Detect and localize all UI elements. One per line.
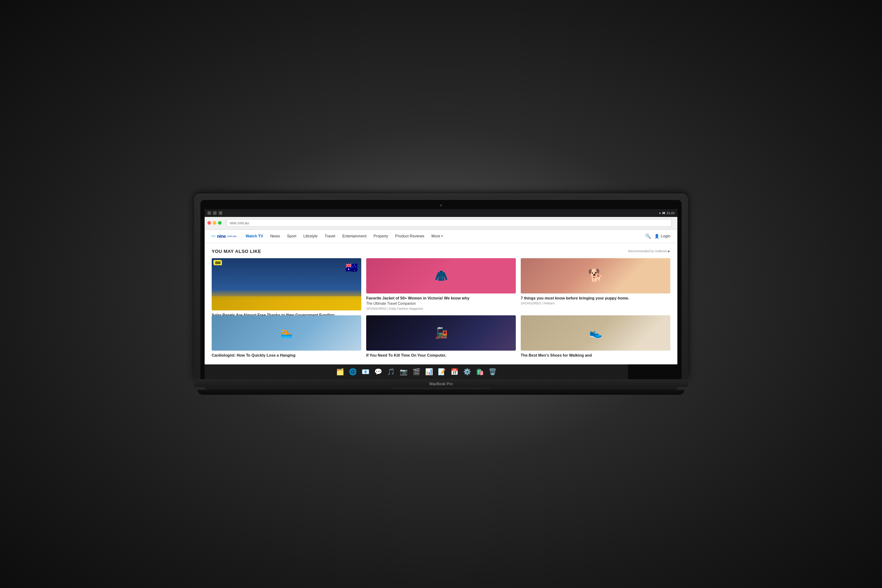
article-card-puppy[interactable]: 🐕 7 things you must know before bringing…	[521, 258, 670, 310]
article-title-computer: If You Need To Kill Time On Your Compute…	[366, 353, 516, 358]
dock-calendar[interactable]: 📅	[449, 366, 460, 377]
dock-messages[interactable]: 💬	[372, 366, 384, 377]
article-img-solar: 8M 🇦🇺	[212, 258, 361, 310]
dock-finder[interactable]: 🗂️	[334, 366, 346, 377]
nav-item-news[interactable]: News	[267, 230, 284, 243]
search-icon[interactable]: 🔍	[645, 234, 651, 239]
laptop-base: MacBook Pro	[194, 379, 688, 387]
article-title-cardio: Cardiologist: How To Quickly Lose a Hang…	[212, 353, 361, 358]
dock-movies[interactable]: 🎬	[411, 366, 422, 377]
nav-item-watchtv[interactable]: Watch TV	[242, 230, 267, 243]
article-card-shoes[interactable]: 👟 The Best Men's Shoes for Walking and	[521, 315, 670, 358]
camera-dot	[440, 204, 442, 206]
dock-safari[interactable]: 🌐	[347, 366, 358, 377]
article-grid: 8M 🇦🇺 Solar Panels Are Almost Free Thank…	[212, 258, 670, 358]
shoe-icon: 👟	[589, 327, 602, 339]
nav-item-more[interactable]: More ▾	[428, 230, 446, 243]
article-card-solar[interactable]: 8M 🇦🇺 Solar Panels Are Almost Free Thank…	[212, 258, 361, 310]
article-title-puppy: 7 things you must know before bringing y…	[521, 296, 670, 300]
status-icons: ▲ ▮▮	[658, 211, 665, 214]
nav-item-property[interactable]: Property	[370, 230, 392, 243]
macos-bar-right: ▲ ▮▮ 21:22	[658, 211, 675, 215]
dock-excel[interactable]: 📊	[423, 366, 435, 377]
menu-item-1	[213, 211, 217, 215]
section-title: YOU MAY ALSO LIKE	[212, 249, 261, 254]
login-button[interactable]: 👤 Login	[654, 234, 670, 238]
jacket-icon: 🧥	[435, 270, 448, 282]
dock-trash[interactable]: 🗑️	[487, 366, 498, 377]
macos-time: 21:22	[666, 211, 675, 215]
article-card-cardio[interactable]: 🏊 Cardiologist: How To Quickly Lose a Ha…	[212, 315, 361, 358]
dock-preferences[interactable]: ⚙️	[462, 366, 473, 377]
minimize-button[interactable]	[213, 221, 216, 225]
article-sponsor-puppy: SPONSORED | Petbarn	[521, 302, 670, 305]
menu-item-2	[219, 211, 222, 215]
url-text: nine.com.au	[230, 221, 249, 225]
apple-icon	[207, 211, 211, 215]
close-button[interactable]	[207, 221, 211, 225]
macos-bar-left	[207, 211, 222, 215]
browser-screen: ▲ ▮▮ 21:22 nine.com.au	[205, 209, 677, 364]
nav-item-sport[interactable]: Sport	[283, 230, 300, 243]
keyboard-area	[205, 387, 677, 390]
dock-mail[interactable]: 📧	[360, 366, 371, 377]
article-img-jacket: 🧥	[366, 258, 516, 294]
article-card-computer[interactable]: 🚂 If You Need To Kill Time On Your Compu…	[366, 315, 516, 358]
nav-more-label: More	[432, 234, 440, 238]
article-subtitle-jacket: The Ultimate Travel Companion	[366, 301, 516, 306]
article-title-jacket: Favorite Jacket of 50+ Women in Victoria…	[366, 296, 516, 300]
wifi-icon: ▲	[658, 211, 662, 214]
laptop-bottom	[198, 390, 684, 395]
traffic-lights	[207, 221, 222, 225]
dock-appstore[interactable]: 🛍️	[474, 366, 486, 377]
screen-bezel: ▲ ▮▮ 21:22 nine.com.au	[200, 200, 682, 379]
nav-item-lifestyle[interactable]: Lifestyle	[300, 230, 321, 243]
nav-more-arrow: ▾	[441, 235, 443, 238]
macos-menubar: ▲ ▮▮ 21:22	[205, 209, 677, 217]
outbrain-tag: Recommended by Outbrain ▶	[628, 249, 670, 253]
user-icon: 👤	[654, 234, 659, 238]
laptop-lid: ▲ ▮▮ 21:22 nine.com.au	[194, 194, 688, 379]
article-img-puppy: 🐕	[521, 258, 670, 294]
dock-word[interactable]: 📝	[436, 366, 447, 377]
touchpad[interactable]	[392, 388, 490, 389]
section-header: YOU MAY ALSO LIKE Recommended by Outbrai…	[212, 249, 670, 254]
laptop-model-name: MacBook Pro	[429, 382, 453, 386]
train-icon: 🚂	[435, 327, 448, 339]
browser-chrome: nine.com.au	[205, 217, 677, 230]
login-label: Login	[661, 234, 670, 238]
article-img-train: 🚂	[366, 315, 516, 351]
article-title-shoes: The Best Men's Shoes for Walking and	[521, 353, 670, 358]
dock-photos[interactable]: 📷	[398, 366, 409, 377]
flag-icon: 🇦🇺	[345, 262, 358, 273]
article-img-cardio: 🏊	[212, 315, 361, 351]
laptop-container: ▲ ▮▮ 21:22 nine.com.au	[194, 194, 688, 395]
article-card-jacket[interactable]: 🧥 Favorite Jacket of 50+ Women in Victor…	[366, 258, 516, 310]
cardio-icon: 🏊	[280, 327, 293, 339]
nav-item-entertainment[interactable]: Entertainment	[339, 230, 370, 243]
solar-badge: 8M	[213, 260, 221, 264]
battery-icon: ▮▮	[662, 211, 665, 214]
url-bar[interactable]: nine.com.au	[226, 219, 672, 227]
article-sponsor-jacket: SPONSORED | Daily Fashion Magazine	[366, 307, 516, 310]
nav-item-product-reviews[interactable]: Product Reviews	[392, 230, 428, 243]
puppy-icon: 🐕	[588, 268, 604, 283]
dock-music[interactable]: 🎵	[385, 366, 396, 377]
content-area: YOU MAY ALSO LIKE Recommended by Outbrai…	[205, 243, 677, 364]
article-img-shoes: 👟	[521, 315, 670, 351]
site-nav: nine .com.au Watch TV News Sport Lifesty…	[205, 230, 677, 243]
maximize-button[interactable]	[218, 221, 222, 225]
nav-right: 🔍 👤 Login	[645, 234, 670, 239]
nav-logo[interactable]: nine .com.au	[212, 234, 236, 239]
nav-item-travel[interactable]: Travel	[321, 230, 339, 243]
dock-bar: 🗂️ 🌐 📧 💬 🎵 📷 🎬 📊 📝 📅 ⚙️ 🛍️ 🗑️	[205, 364, 628, 379]
